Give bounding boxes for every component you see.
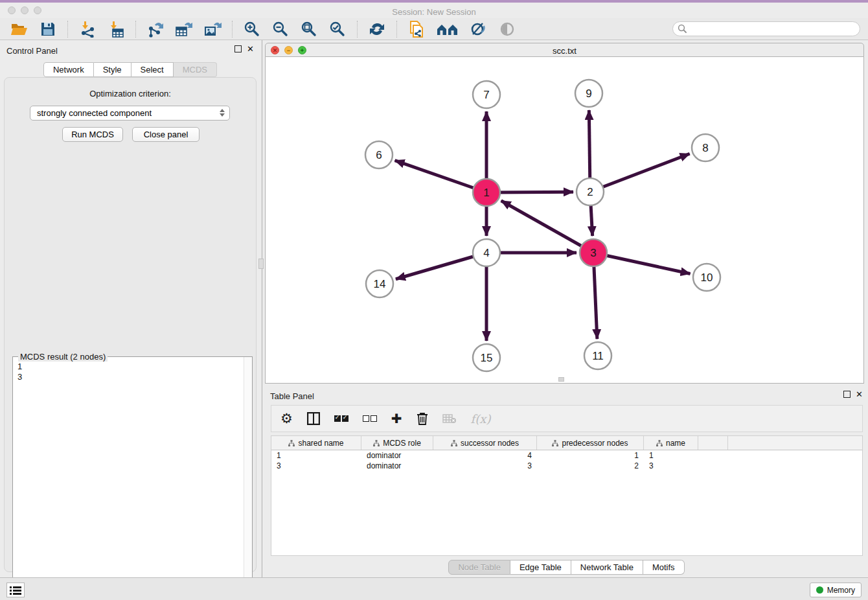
float-panel-icon[interactable] <box>234 45 242 52</box>
export-table-icon[interactable] <box>174 20 194 38</box>
graph-node-7[interactable]: 7 <box>473 81 500 108</box>
export-network-icon[interactable] <box>146 20 165 38</box>
graph-node-6[interactable]: 6 <box>365 141 393 168</box>
tab-select[interactable]: Select <box>131 62 174 77</box>
tab-style[interactable]: Style <box>94 62 131 77</box>
table-cell[interactable]: 1 <box>271 450 361 461</box>
table-tabs: Node Table Edge Table Network Table Moti… <box>265 560 868 575</box>
apply-layout-icon[interactable] <box>367 20 387 38</box>
toolbar-separator <box>396 21 397 38</box>
table-cell[interactable]: 1 <box>644 450 698 461</box>
delete-column-icon[interactable] <box>417 412 428 425</box>
table-cell[interactable]: 4 <box>433 450 537 461</box>
column-header-name[interactable]: name <box>644 436 698 450</box>
graph-node-label: 2 <box>587 186 593 198</box>
column-header-MCDS-role[interactable]: MCDS role <box>361 436 433 450</box>
result-scrollbar[interactable] <box>244 357 252 600</box>
network-window-titlebar[interactable]: ✕ − + scc.txt <box>265 43 864 57</box>
run-mcds-button[interactable]: Run MCDS <box>62 127 123 142</box>
graph-node-11[interactable]: 11 <box>584 342 611 369</box>
network-resize-handle[interactable] <box>558 377 564 382</box>
hide-selected-icon[interactable] <box>497 20 517 38</box>
tab-network[interactable]: Network <box>43 62 94 77</box>
open-file-icon[interactable] <box>10 20 29 38</box>
attribute-icon <box>373 440 380 446</box>
show-all-networks-icon[interactable] <box>435 20 460 38</box>
graph-node-14[interactable]: 14 <box>366 270 393 297</box>
graph-node-9[interactable]: 9 <box>575 80 602 107</box>
graph-node-3[interactable]: 3 <box>580 239 607 266</box>
task-history-button[interactable] <box>6 583 25 597</box>
search-box[interactable] <box>672 21 860 36</box>
graph-node-label: 1 <box>483 187 489 199</box>
zoom-fit-icon[interactable] <box>299 20 319 38</box>
graph-node-15[interactable]: 15 <box>473 344 500 371</box>
graph-node-1[interactable]: 1 <box>473 179 500 206</box>
control-panel-tabs: Network Style Select MCDS <box>0 62 260 77</box>
import-network-icon[interactable] <box>78 20 97 38</box>
table-panel-title: Table Panel <box>270 391 314 401</box>
close-panel-icon[interactable]: ✕ <box>247 45 254 52</box>
graph-edge-3-1[interactable] <box>501 201 593 253</box>
zoom-in-icon[interactable] <box>242 20 262 38</box>
table-cell[interactable]: dominator <box>361 450 433 461</box>
tab-edge-table[interactable]: Edge Table <box>510 560 571 575</box>
window-titlebar[interactable]: Session: New Session <box>0 3 868 18</box>
panel-splitter[interactable] <box>262 40 262 577</box>
close-table-panel-icon[interactable]: ✕ <box>856 391 863 398</box>
panel-splitter-handle[interactable] <box>258 259 264 269</box>
table-row[interactable]: 1dominator411 <box>271 450 862 461</box>
clone-network-icon[interactable] <box>407 20 426 38</box>
toggle-panel-layout-icon[interactable] <box>307 412 320 425</box>
graph-node-2[interactable]: 2 <box>577 178 604 205</box>
graph-node-10[interactable]: 10 <box>693 264 720 291</box>
tab-mcds[interactable]: MCDS <box>174 62 217 77</box>
memory-button[interactable]: Memory <box>810 583 862 597</box>
select-all-icon[interactable] <box>334 415 348 422</box>
table-cell[interactable]: 3 <box>644 461 698 471</box>
apply-style-icon[interactable] <box>469 20 488 38</box>
graph-node-4[interactable]: 4 <box>473 239 500 266</box>
close-panel-button[interactable]: Close panel <box>132 127 200 142</box>
network-graph: 7968124314101511 <box>266 57 865 384</box>
mcds-panel-content: Optimization criterion: strongly connect… <box>4 77 257 572</box>
table-cell[interactable]: 2 <box>537 461 644 471</box>
graph-edge-1-6[interactable] <box>395 161 486 192</box>
table-cell[interactable]: 3 <box>271 461 361 471</box>
table-row[interactable]: 3dominator323 <box>271 461 862 471</box>
graph-node-label: 6 <box>376 149 382 161</box>
tab-node-table[interactable]: Node Table <box>448 560 510 575</box>
main-toolbar <box>0 18 868 40</box>
network-window-title: scc.txt <box>266 46 863 56</box>
graph-edge-3-10[interactable] <box>593 253 691 273</box>
save-session-icon[interactable] <box>38 20 58 38</box>
deselect-all-icon[interactable] <box>363 415 377 422</box>
column-header-successor-nodes[interactable]: successor nodes <box>433 436 537 450</box>
zoom-out-icon[interactable] <box>271 20 290 38</box>
column-settings-icon[interactable]: ⚙ <box>280 412 293 425</box>
function-builder-icon[interactable]: f(x) <box>471 412 491 426</box>
column-header-shared-name[interactable]: shared name <box>271 436 361 450</box>
control-panel-title: Control Panel <box>6 46 58 56</box>
dropdown-value: strongly connected component <box>37 108 152 118</box>
graph-edge-2-8[interactable] <box>590 154 690 192</box>
graph-node-label: 11 <box>592 350 604 362</box>
delete-table-icon[interactable] <box>442 413 457 424</box>
float-table-panel-icon[interactable] <box>843 391 851 398</box>
zoom-selected-icon[interactable] <box>328 20 347 38</box>
optimization-criterion-dropdown[interactable]: strongly connected component <box>30 106 230 121</box>
network-canvas[interactable]: 7968124314101511 <box>265 57 864 384</box>
export-image-icon[interactable] <box>203 20 222 38</box>
add-column-icon[interactable]: ✚ <box>391 411 402 426</box>
toolbar-separator <box>135 21 136 38</box>
search-input[interactable] <box>687 23 860 35</box>
tab-network-table[interactable]: Network Table <box>571 560 643 575</box>
column-header-predecessor-nodes[interactable]: predecessor nodes <box>537 436 644 450</box>
table-cell[interactable]: 3 <box>433 461 537 471</box>
graph-node-8[interactable]: 8 <box>692 134 719 161</box>
table-cell[interactable]: dominator <box>361 461 433 471</box>
table-header-row: shared nameMCDS rolesuccessor nodesprede… <box>271 436 862 450</box>
import-table-icon[interactable] <box>106 20 126 38</box>
tab-motifs[interactable]: Motifs <box>643 560 685 575</box>
table-cell[interactable]: 1 <box>537 450 644 461</box>
